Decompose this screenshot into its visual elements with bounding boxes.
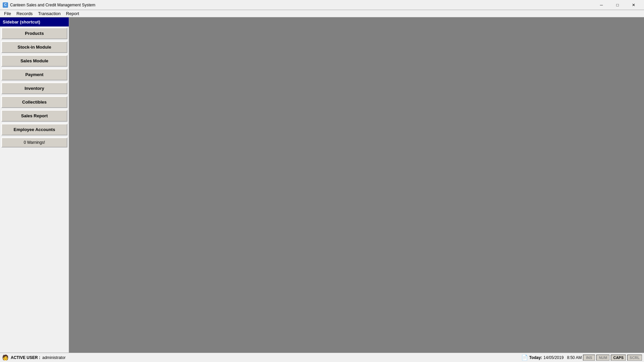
sidebar-header: Sidebar (shortcut) (0, 17, 69, 26)
today-date: 14/05/2019 8:50 AM (543, 355, 582, 360)
sidebar-stockin-button[interactable]: Stock-in Module (1, 41, 67, 53)
active-user-value: administrator (42, 355, 65, 360)
sidebar: Sidebar (shortcut) Products Stock-in Mod… (0, 17, 69, 353)
user-icon: 🧑 (2, 354, 9, 361)
document-icon: 📄 (521, 354, 528, 361)
status-right: 📄 Today: 14/05/2019 8:50 AM INS NUM CAPS… (521, 354, 642, 361)
status-bar: 🧑 ACTIVE USER : administrator 📄 Today: 1… (0, 353, 644, 362)
maximize-button[interactable]: □ (610, 0, 625, 10)
sidebar-inventory-button[interactable]: Inventory (1, 82, 67, 94)
sidebar-payment-button[interactable]: Payment (1, 69, 67, 80)
num-indicator: NUM (596, 355, 609, 361)
today-label: Today: (529, 355, 542, 360)
app-icon: C (3, 2, 8, 8)
active-user-label: ACTIVE USER : (11, 355, 40, 360)
ins-indicator: INS (583, 355, 595, 361)
warnings-button[interactable]: 0 Warnings! (1, 137, 67, 147)
menu-item-records[interactable]: Records (14, 10, 35, 17)
close-button[interactable]: ✕ (626, 0, 641, 10)
app-title: Canteen Sales and Credit Management Syst… (10, 3, 95, 7)
title-bar-left: C Canteen Sales and Credit Management Sy… (3, 2, 95, 8)
sidebar-collectibles-button[interactable]: Collectibles (1, 96, 67, 108)
menu-bar: FileRecordsTransactionReport (0, 10, 644, 17)
menu-item-transaction[interactable]: Transaction (35, 10, 63, 17)
sidebar-sales-module-button[interactable]: Sales Module (1, 55, 67, 67)
sidebar-employee-accounts-button[interactable]: Employee Accounts (1, 124, 67, 135)
title-bar-controls: ─ □ ✕ (594, 0, 641, 10)
menu-item-file[interactable]: File (1, 10, 14, 17)
main-area: Sidebar (shortcut) Products Stock-in Mod… (0, 17, 644, 353)
sidebar-products-button[interactable]: Products (1, 27, 67, 39)
content-area (69, 17, 644, 353)
menu-item-report[interactable]: Report (63, 10, 82, 17)
minimize-button[interactable]: ─ (594, 0, 609, 10)
title-bar: C Canteen Sales and Credit Management Sy… (0, 0, 644, 10)
caps-indicator: CAPS (611, 355, 626, 361)
sidebar-sales-report-button[interactable]: Sales Report (1, 110, 67, 122)
scrl-indicator: SCRL (627, 355, 642, 361)
